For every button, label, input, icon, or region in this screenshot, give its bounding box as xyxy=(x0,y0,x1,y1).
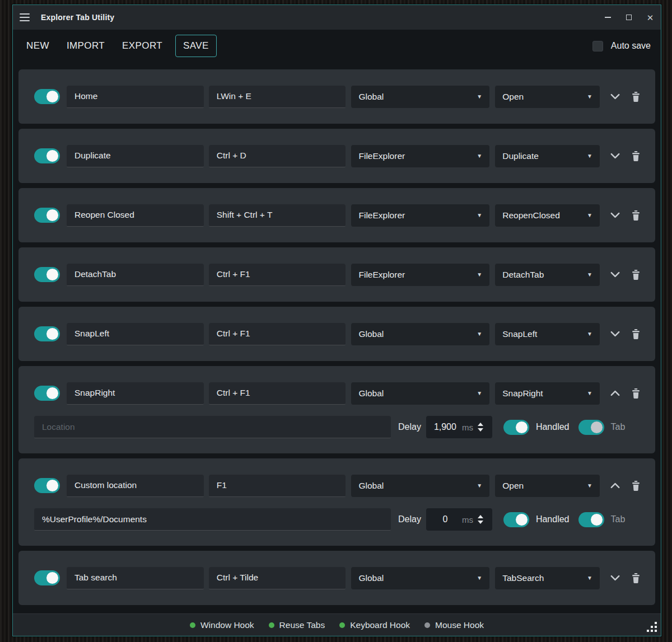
save-button[interactable]: SAVE xyxy=(175,35,217,57)
auto-save-group: Auto save xyxy=(592,41,651,51)
enabled-toggle[interactable] xyxy=(34,89,60,104)
delete-button[interactable] xyxy=(631,91,641,103)
handled-toggle[interactable] xyxy=(503,420,529,435)
action-dropdown[interactable]: TabSearch ▼ xyxy=(495,567,600,589)
action-dropdown[interactable]: ReopenClosed ▼ xyxy=(495,204,600,227)
name-input[interactable] xyxy=(67,145,204,167)
scope-dropdown[interactable]: Global ▼ xyxy=(351,475,489,497)
expand-collapse-button[interactable] xyxy=(609,387,622,400)
enabled-toggle[interactable] xyxy=(34,267,60,282)
trash-icon xyxy=(631,269,641,281)
hotkey-input[interactable] xyxy=(209,264,346,286)
export-button[interactable]: EXPORT xyxy=(120,35,164,57)
scope-dropdown[interactable]: FileExplorer ▼ xyxy=(351,264,489,286)
resize-grip[interactable] xyxy=(646,621,658,633)
scope-dropdown[interactable]: Global ▼ xyxy=(351,86,489,108)
location-input[interactable] xyxy=(34,508,391,531)
delay-input[interactable] xyxy=(430,514,461,524)
close-button[interactable]: ✕ xyxy=(640,5,661,30)
hotkey-row-main: FileExplorer ▼ Duplicate ▼ xyxy=(18,129,655,183)
scope-dropdown[interactable]: Global ▼ xyxy=(351,382,489,405)
expand-collapse-button[interactable] xyxy=(609,209,622,222)
new-button[interactable]: NEW xyxy=(25,35,51,57)
name-input[interactable] xyxy=(67,264,204,286)
hamburger-menu-icon[interactable] xyxy=(20,13,32,21)
hotkey-row-details: Delay ms Handled Tab xyxy=(18,416,655,438)
spinner-up-icon[interactable] xyxy=(478,423,483,426)
expand-collapse-button[interactable] xyxy=(609,571,622,584)
name-input[interactable] xyxy=(67,86,204,108)
hotkey-row: FileExplorer ▼ DetachTab ▼ xyxy=(18,247,655,302)
name-input[interactable] xyxy=(67,323,204,345)
dropdown-arrow-icon: ▼ xyxy=(587,93,592,100)
scope-dropdown[interactable]: Global ▼ xyxy=(351,567,489,589)
handled-toggle[interactable] xyxy=(503,512,529,527)
tab-toggle[interactable] xyxy=(578,512,604,527)
dropdown-arrow-icon: ▼ xyxy=(587,390,592,396)
name-input[interactable] xyxy=(67,475,204,497)
spinner-down-icon[interactable] xyxy=(478,521,483,524)
action-dropdown[interactable]: Open ▼ xyxy=(495,86,600,108)
location-input[interactable] xyxy=(34,416,391,438)
minimize-icon xyxy=(605,17,611,18)
action-dropdown[interactable]: Duplicate ▼ xyxy=(495,145,600,167)
delete-button[interactable] xyxy=(631,387,641,400)
chevron-up-icon xyxy=(609,479,622,492)
expand-collapse-button[interactable] xyxy=(609,327,622,340)
auto-save-label: Auto save xyxy=(611,41,651,51)
hotkey-row-main: FileExplorer ▼ ReopenClosed ▼ xyxy=(18,188,655,242)
delete-button[interactable] xyxy=(631,328,641,340)
delete-button[interactable] xyxy=(631,572,641,584)
toggle-knob xyxy=(516,421,528,433)
delete-button[interactable] xyxy=(631,269,641,281)
name-input[interactable] xyxy=(67,382,204,405)
expand-collapse-button[interactable] xyxy=(609,479,622,492)
name-input[interactable] xyxy=(67,204,204,227)
scope-dropdown[interactable]: FileExplorer ▼ xyxy=(351,145,489,167)
hotkey-list: Global ▼ Open ▼ xyxy=(13,62,661,605)
enabled-toggle[interactable] xyxy=(34,478,60,493)
tab-toggle[interactable] xyxy=(578,420,604,435)
delete-button[interactable] xyxy=(631,209,641,222)
enabled-toggle[interactable] xyxy=(34,148,60,163)
expand-collapse-button[interactable] xyxy=(609,149,622,162)
action-dropdown[interactable]: DetachTab ▼ xyxy=(495,264,600,286)
spinner-down-icon[interactable] xyxy=(478,428,483,432)
import-button[interactable]: IMPORT xyxy=(65,35,106,57)
enabled-toggle[interactable] xyxy=(34,570,60,585)
trash-icon xyxy=(631,209,641,222)
auto-save-checkbox[interactable] xyxy=(592,41,603,51)
delete-button[interactable] xyxy=(631,150,641,162)
action-dropdown[interactable]: SnapRight ▼ xyxy=(495,382,600,405)
hotkey-input[interactable] xyxy=(209,475,346,497)
action-dropdown[interactable]: SnapLeft ▼ xyxy=(495,323,600,345)
hotkey-input[interactable] xyxy=(209,204,346,227)
delay-field-group: ms xyxy=(426,416,492,438)
spinner-up-icon[interactable] xyxy=(478,515,483,518)
maximize-button[interactable] xyxy=(618,5,640,30)
hotkey-row: Global ▼ Open ▼ Delay xyxy=(18,458,655,546)
toggle-knob xyxy=(46,269,58,280)
delay-input[interactable] xyxy=(430,422,461,432)
scope-dropdown[interactable]: Global ▼ xyxy=(351,323,489,345)
handled-label: Handled xyxy=(536,422,570,432)
toggle-knob xyxy=(46,480,58,491)
name-input[interactable] xyxy=(67,567,204,589)
chevron-down-icon xyxy=(609,327,622,340)
expand-collapse-button[interactable] xyxy=(609,268,622,281)
hotkey-input[interactable] xyxy=(209,145,346,167)
enabled-toggle[interactable] xyxy=(34,386,60,401)
hotkey-input[interactable] xyxy=(209,382,346,405)
hotkey-input[interactable] xyxy=(209,323,346,345)
delete-button[interactable] xyxy=(631,480,641,492)
hotkey-input[interactable] xyxy=(209,567,346,589)
menubar: NEW IMPORT EXPORT SAVE Auto save xyxy=(13,30,661,62)
scope-dropdown[interactable]: FileExplorer ▼ xyxy=(351,204,489,227)
hotkey-row: Global ▼ SnapLeft ▼ xyxy=(18,307,655,361)
action-dropdown[interactable]: Open ▼ xyxy=(495,475,600,497)
expand-collapse-button[interactable] xyxy=(609,90,622,103)
enabled-toggle[interactable] xyxy=(34,326,60,341)
hotkey-input[interactable] xyxy=(209,86,346,108)
enabled-toggle[interactable] xyxy=(34,208,60,223)
minimize-button[interactable] xyxy=(597,5,618,30)
